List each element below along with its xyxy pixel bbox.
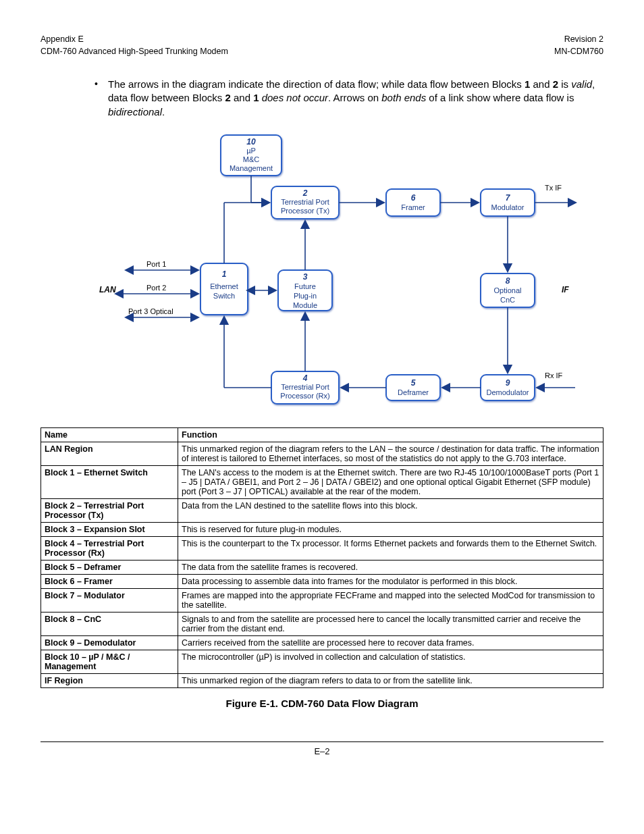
cell-function: This unmarked region of the diagram refe…: [178, 442, 603, 465]
svg-text:Modulator: Modulator: [491, 203, 525, 211]
svg-text:1: 1: [222, 269, 227, 279]
svg-text:Terrestrial Port: Terrestrial Port: [281, 198, 329, 206]
cell-name: LAN Region: [41, 442, 178, 465]
cell-name: Block 4 – Terrestrial Port Processor (Rx…: [41, 536, 178, 560]
table-row: LAN RegionThis unmarked region of the di…: [41, 442, 603, 465]
svg-text:LAN: LAN: [99, 285, 116, 294]
th-name: Name: [41, 427, 178, 442]
header-left-1: Appendix E: [41, 34, 228, 46]
svg-text:Framer: Framer: [401, 203, 425, 211]
svg-text:Plug-in: Plug-in: [294, 292, 317, 300]
svg-text:Port 3 Optical: Port 3 Optical: [128, 307, 173, 315]
svg-text:Ethernet: Ethernet: [210, 282, 238, 290]
cell-function: Data from the LAN destined to the satell…: [178, 498, 603, 522]
svg-text:8: 8: [506, 276, 510, 286]
function-table: Name Function LAN RegionThis unmarked re…: [41, 427, 603, 688]
page-header: Appendix E CDM-760 Advanced High-Speed T…: [41, 34, 603, 57]
svg-text:2: 2: [302, 188, 308, 198]
cell-function: This is the counterpart to the Tx proces…: [178, 536, 603, 560]
cell-name: Block 7 – Modulator: [41, 588, 178, 612]
cell-name: Block 6 – Framer: [41, 574, 178, 588]
table-row: Block 10 – µP / M&C / ManagementThe micr…: [41, 650, 603, 673]
svg-text:6: 6: [411, 193, 416, 203]
svg-text:Port 1: Port 1: [146, 260, 166, 268]
bullet-dot: •: [95, 78, 108, 119]
table-row: Block 2 – Terrestrial Port Processor (Tx…: [41, 498, 603, 522]
table-row: Block 4 – Terrestrial Port Processor (Rx…: [41, 536, 603, 560]
table-row: Block 1 – Ethernet SwitchThe LAN's acces…: [41, 465, 603, 498]
cell-function: Frames are mapped into the appropriate F…: [178, 588, 603, 612]
svg-text:IF: IF: [562, 285, 569, 294]
cell-name: Block 1 – Ethernet Switch: [41, 465, 178, 498]
cell-name: Block 2 – Terrestrial Port Processor (Tx…: [41, 498, 178, 522]
figure-caption: Figure E-1. CDM-760 Data Flow Diagram: [41, 698, 603, 709]
svg-text:Port 2: Port 2: [146, 284, 166, 292]
table-row: Block 7 – ModulatorFrames are mapped int…: [41, 588, 603, 612]
table-row: Block 5 – DeframerThe data from the sate…: [41, 560, 603, 574]
svg-text:M&C: M&C: [243, 155, 260, 163]
header-left-2: CDM-760 Advanced High-Speed Trunking Mod…: [41, 46, 228, 58]
cell-function: Signals to and from the satellite are pr…: [178, 612, 603, 635]
svg-text:µP: µP: [246, 147, 256, 155]
data-flow-diagram: .box { fill:#fff; stroke:#2b5fc7; stroke…: [62, 128, 582, 422]
svg-text:3: 3: [303, 272, 308, 282]
svg-text:Rx IF: Rx IF: [545, 371, 563, 380]
table-row: Block 9 – DemodulatorCarriers received f…: [41, 635, 603, 650]
bullet-text: The arrows in the diagram indicate the d…: [108, 78, 597, 119]
svg-text:Optional: Optional: [494, 286, 522, 294]
page-number: E–2: [41, 741, 603, 756]
svg-text:Demodulator: Demodulator: [487, 388, 529, 396]
header-right-2: MN-CDM760: [554, 46, 603, 58]
cell-name: IF Region: [41, 673, 178, 687]
table-row: Block 3 – Expansion SlotThis is reserved…: [41, 522, 603, 536]
cell-function: Data processing to assemble data into fr…: [178, 574, 603, 588]
svg-text:5: 5: [411, 378, 416, 388]
cell-name: Block 9 – Demodulator: [41, 635, 178, 650]
svg-text:Future: Future: [294, 282, 316, 290]
cell-function: This is reserved for future plug-in modu…: [178, 522, 603, 536]
svg-text:Deframer: Deframer: [398, 388, 429, 396]
cell-function: The LAN's access to the modem is at the …: [178, 465, 603, 498]
cell-function: Carriers received from the satellite are…: [178, 635, 603, 650]
svg-text:Terrestrial Port: Terrestrial Port: [281, 383, 329, 391]
svg-text:Module: Module: [293, 301, 317, 309]
svg-text:Processor (Rx): Processor (Rx): [280, 392, 329, 400]
cell-name: Block 3 – Expansion Slot: [41, 522, 178, 536]
svg-text:10: 10: [246, 137, 256, 147]
svg-text:4: 4: [302, 373, 308, 383]
cell-function: The data from the satellite frames is re…: [178, 560, 603, 574]
table-row: Block 6 – FramerData processing to assem…: [41, 574, 603, 588]
table-row: IF RegionThis unmarked region of the dia…: [41, 673, 603, 687]
cell-name: Block 8 – CnC: [41, 612, 178, 635]
cell-name: Block 5 – Deframer: [41, 560, 178, 574]
th-function: Function: [178, 427, 603, 442]
table-row: Block 8 – CnCSignals to and from the sat…: [41, 612, 603, 635]
bullet-paragraph: • The arrows in the diagram indicate the…: [95, 78, 597, 119]
svg-text:9: 9: [506, 378, 510, 388]
cell-function: This unmarked region of the diagram refe…: [178, 673, 603, 687]
svg-text:Tx IF: Tx IF: [545, 184, 562, 192]
header-right-1: Revision 2: [554, 34, 603, 46]
cell-name: Block 10 – µP / M&C / Management: [41, 650, 178, 673]
svg-text:Processor (Tx): Processor (Tx): [281, 207, 329, 215]
svg-text:Switch: Switch: [213, 292, 235, 300]
svg-text:CnC: CnC: [500, 296, 515, 304]
cell-function: The microcontroller (µP) is involved in …: [178, 650, 603, 673]
svg-text:Management: Management: [230, 164, 273, 172]
